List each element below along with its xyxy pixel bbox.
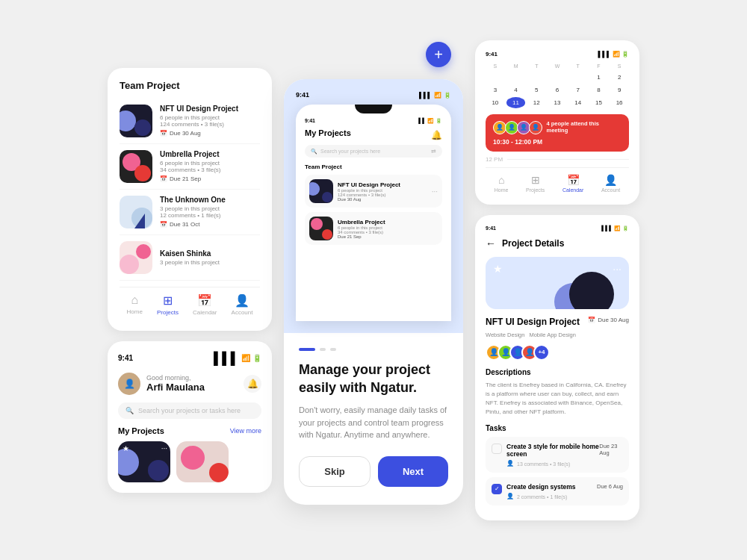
task-checkbox-1[interactable] — [492, 444, 502, 454]
event-attendees: 👤 👤 👤 👤 4 people attend this meeting — [493, 120, 622, 135]
onboard-dots — [299, 348, 448, 351]
project-detail-card: 9:41 ▌▌▌ 📶 🔋 ← Project Details ★ ··· NFT… — [475, 215, 639, 520]
detail-status-bar: 9:41 ▌▌▌ 📶 🔋 — [486, 225, 629, 231]
account-icon: 👤 — [235, 293, 249, 308]
inner-project-nft[interactable]: NFT UI Design Project 6 people in this p… — [305, 175, 442, 208]
project-item-kaisen[interactable]: Kaisen Shinka 3 people in this project — [120, 235, 260, 281]
search-bar[interactable]: 🔍 Search your projects or tasks here — [118, 402, 261, 419]
column-1: Team Project NFT UI Design Project 6 peo… — [108, 68, 272, 493]
task-item-2[interactable]: ✓ Create design systems Due 6 Aug 👤 2 co… — [486, 477, 629, 505]
calendar-event[interactable]: 👤 👤 👤 👤 4 people attend this meeting 10:… — [486, 114, 629, 152]
next-button[interactable]: Next — [378, 456, 448, 487]
search-icon: 🔍 — [125, 407, 134, 414]
bell-button[interactable]: 🔔 — [244, 375, 261, 393]
calendar-grid: S M T W T F S 1 2 3 4 5 6 7 8 9 10 11 — [486, 62, 629, 108]
task-info-1: Create 3 style for mobile home screen Du… — [506, 443, 623, 467]
bottom-nav-team: ⌂Home ⊞Projects 📅Calendar 👤Account — [120, 287, 260, 319]
inner-search-bar[interactable]: 🔍 Search your projects here ⇄ — [305, 145, 442, 158]
nav-account[interactable]: 👤Account — [232, 293, 253, 316]
fab-add-button[interactable]: + — [426, 42, 451, 67]
onboard-heading: Manage your project easily with Ngatur. — [299, 361, 448, 396]
signal-icons: ▌▌▌ 📶 🔋 — [214, 352, 261, 365]
onboard-buttons: Skip Next — [299, 456, 448, 487]
wifi-icon: 📶 — [241, 354, 250, 362]
project-thumb-nft — [120, 105, 152, 137]
project-thumb-kaisen — [120, 241, 152, 274]
banner-star-icon: ★ — [493, 263, 503, 275]
phone-notch — [355, 105, 392, 113]
more-icon: ··· — [161, 444, 167, 452]
status-bar: 9:41 ▌▌▌ 📶 🔋 — [118, 352, 261, 365]
cal-nav-projects[interactable]: ⊞ Projects — [526, 174, 545, 193]
cal-nav-calendar[interactable]: 📅 Calendar — [562, 174, 583, 193]
project-item-unknown[interactable]: The Unknown One 3 people in this project… — [120, 190, 260, 235]
nav-calendar[interactable]: 📅Calendar — [193, 293, 217, 316]
task-item-1[interactable]: Create 3 style for mobile home screen Du… — [486, 437, 629, 473]
task-info-2: Create design systems Due 6 Aug 👤 2 comm… — [506, 483, 623, 500]
projects-icon: ⊞ — [163, 293, 173, 308]
inner-status-bar: 9:41 ▌▌ 📶 🔋 — [305, 118, 442, 124]
inner-thumb-nft — [309, 179, 333, 203]
calendar-icon: 📅 — [160, 130, 167, 137]
project-item-nft[interactable]: NFT UI Design Project 6 people in this p… — [120, 99, 260, 144]
project-item-umbrella[interactable]: Umbrella Project 6 people in this projec… — [120, 144, 260, 190]
project-thumb-unknown — [120, 196, 152, 228]
project-detail-name: NFT UI Design Project — [486, 317, 580, 327]
inner-project-umbrella[interactable]: Umbrella Project 6 people in this projec… — [305, 212, 442, 245]
banner-shape-dark — [569, 272, 614, 309]
my-project-thumb-nft[interactable]: ★ ··· — [118, 441, 170, 482]
onboard-time: 9:41 — [296, 91, 309, 99]
cal-nav-home[interactable]: ⌂ Home — [495, 174, 509, 193]
time-label-12pm: 12 PM — [486, 156, 629, 163]
skip-button[interactable]: Skip — [299, 456, 371, 487]
my-project-thumb-red[interactable] — [176, 441, 229, 482]
inner-phone-mockup: 9:41 ▌▌ 📶 🔋 My Projects 🔔 🔍 Search your … — [296, 105, 451, 321]
home-card: 9:41 ▌▌▌ 📶 🔋 👤 Good morning, Arfi Maulan… — [108, 341, 272, 493]
project-description: The client is Enefrey based in Californi… — [486, 381, 629, 417]
project-due-date: 📅 Due 30 Aug — [588, 317, 629, 323]
dot-1 — [299, 348, 315, 351]
calendar-icon: 📅 — [567, 174, 580, 186]
project-info-unknown: The Unknown One 3 people in this project… — [160, 196, 260, 228]
onboard-description: Don't worry, easily manage daily tasks o… — [299, 404, 448, 441]
attendee-avatar-4: 👤 — [529, 121, 542, 134]
greeting-block: Good morning, Arfi Maulana — [146, 374, 205, 393]
project-tags: Website Design Mobile App Design — [486, 332, 629, 338]
project-thumb-umbrella — [120, 150, 152, 183]
project-banner: ★ ··· — [486, 257, 629, 309]
cal-status-bar: 9:41 ▌▌▌ 📶 🔋 — [486, 51, 629, 57]
member-count: +4 — [533, 344, 550, 361]
cal-nav-account[interactable]: 👤 Account — [601, 174, 620, 193]
calendar-icon: 📅 — [160, 221, 167, 228]
onboard-status-bar: 9:41 ▌▌▌ 📶 🔋 — [296, 91, 451, 99]
account-icon: 👤 — [604, 174, 617, 186]
onboard-phone-area: 9:41 ▌▌▌ 📶 🔋 9:41 ▌▌ 📶 🔋 My Projects 🔔 — [284, 79, 463, 333]
user-row: 👤 Good morning, Arfi Maulana 🔔 — [118, 373, 261, 395]
task-checkbox-2[interactable]: ✓ — [492, 484, 502, 494]
calendar-card: 9:41 ▌▌▌ 📶 🔋 S M T W T F S 1 2 3 4 5 6 7 — [475, 40, 639, 205]
project-info-kaisen: Kaisen Shinka 3 people in this project — [160, 249, 260, 266]
onboard-signal: ▌▌▌ 📶 🔋 — [419, 92, 451, 99]
onboard-content: Manage your project easily with Ngatur. … — [284, 333, 463, 504]
star-icon: ★ — [123, 444, 129, 452]
column-3: 9:41 ▌▌▌ 📶 🔋 S M T W T F S 1 2 3 4 5 6 7 — [475, 40, 639, 520]
more-icon: ··· — [432, 187, 438, 196]
signal-icon: ▌▌▌ — [214, 352, 239, 365]
inner-proj-info-umbrella: Umbrella Project 6 people in this projec… — [338, 219, 385, 239]
nav-projects[interactable]: ⊞Projects — [157, 293, 179, 316]
project-info-nft: NFT UI Design Project 6 people in this p… — [160, 105, 260, 137]
calendar-nav-icon: 📅 — [197, 293, 212, 308]
battery-icon: 🔋 — [252, 354, 261, 362]
wifi-icon: 📶 — [434, 92, 441, 99]
attendee-avatar-3: 👤 — [517, 121, 530, 134]
nav-home[interactable]: ⌂Home — [127, 293, 143, 316]
dot-2 — [320, 348, 326, 351]
back-button[interactable]: ← — [486, 237, 496, 249]
user-avatar: 👤 — [118, 373, 140, 395]
onboarding-card: 9:41 ▌▌▌ 📶 🔋 9:41 ▌▌ 📶 🔋 My Projects 🔔 — [284, 79, 463, 504]
tasks-section-label: Tasks — [486, 424, 629, 432]
search-icon: 🔍 — [311, 149, 317, 155]
inner-thumb-umbrella — [309, 217, 333, 240]
team-project-card: Team Project NFT UI Design Project 6 peo… — [108, 68, 272, 331]
signal-icon: ▌▌▌ — [419, 92, 432, 99]
